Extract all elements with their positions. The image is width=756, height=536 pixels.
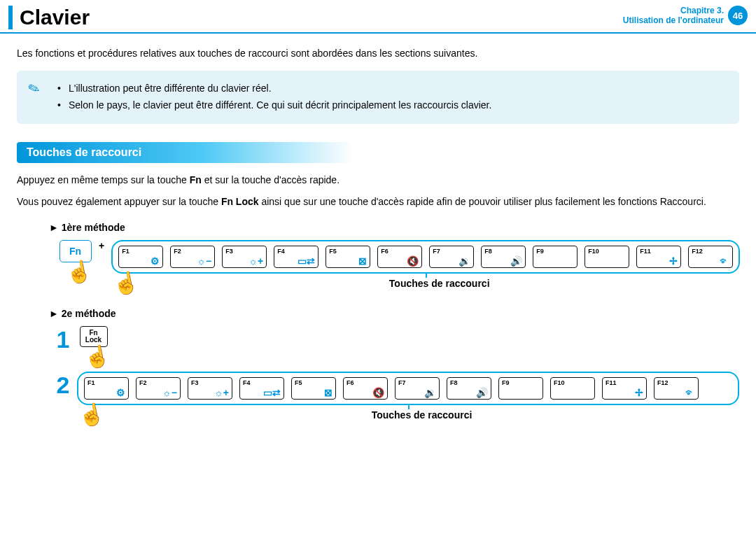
fkey-label: F11 bbox=[640, 248, 651, 255]
header-meta: Chapitre 3. Utilisation de l'ordinateur bbox=[623, 6, 724, 25]
fkey-icon: ☼− bbox=[197, 256, 211, 266]
fn-lock-bottom: Lock bbox=[85, 337, 102, 344]
fkey-f6: F6🔇 bbox=[343, 377, 388, 400]
note-icon: ✎ bbox=[25, 79, 42, 99]
fkey-f9: F9 bbox=[498, 377, 543, 400]
fkey-f10: F10 bbox=[584, 246, 629, 268]
fkey-label: F1 bbox=[122, 248, 130, 255]
fkey-icon: ✢ bbox=[669, 256, 678, 266]
fkey-f3: F3☼+ bbox=[188, 377, 232, 400]
fkey-f1: F1⚙ bbox=[118, 246, 163, 268]
fkey-label: F2 bbox=[174, 248, 181, 255]
fnlock-group: Fn Lock ☝ bbox=[77, 326, 110, 369]
fkey-label: F3 bbox=[191, 379, 199, 386]
bold-text: Fn Lock bbox=[221, 196, 259, 207]
fkey-label: F12 bbox=[692, 248, 703, 255]
fkey-icon: ▭⇄ bbox=[298, 256, 315, 266]
fkey-icon: 🔊 bbox=[510, 256, 522, 266]
hand-pointer-icon: ☝ bbox=[111, 269, 141, 297]
fkey-row: F1⚙F2☼−F3☼+F4▭⇄F5⊠F6🔇F7🔉F8🔊F9F10F11✢F12ᯤ bbox=[77, 372, 739, 405]
fkey-icon: ⊠ bbox=[358, 256, 367, 266]
fkey-f5: F5⊠ bbox=[291, 377, 336, 400]
fkey-f8: F8🔊 bbox=[481, 246, 526, 268]
page-number-badge: 46 bbox=[728, 6, 748, 25]
intro-text: Les fonctions et procédures relatives au… bbox=[17, 46, 739, 61]
connector-tick bbox=[408, 404, 410, 409]
fkey-icon: 🔇 bbox=[407, 256, 419, 266]
row-caption: Touches de raccourci bbox=[104, 409, 739, 427]
fkey-f7: F7🔉 bbox=[429, 246, 474, 268]
text: Appuyez en même temps sur la touche bbox=[17, 174, 190, 185]
fkey-label: F5 bbox=[329, 248, 337, 255]
note-item: L'illustration peut être différente du c… bbox=[57, 80, 725, 97]
step-number: 2 bbox=[49, 372, 77, 399]
fkey-label: F8 bbox=[450, 379, 458, 386]
fkey-label: F9 bbox=[536, 248, 544, 255]
fkey-label: F2 bbox=[139, 379, 147, 386]
fkey-icon: ⚙ bbox=[150, 256, 160, 266]
plus-sign: + bbox=[99, 240, 104, 251]
bold-text: Fn bbox=[190, 174, 202, 185]
method1-label: ► 1ère méthode bbox=[49, 222, 739, 233]
section-heading: Touches de raccourci bbox=[17, 142, 353, 163]
fkey-f11: F11✢ bbox=[636, 246, 681, 268]
fkey-icon: ☼+ bbox=[248, 256, 263, 266]
fkey-label: F9 bbox=[502, 379, 510, 386]
fkey-icon: 🔉 bbox=[458, 256, 470, 266]
header-left: Clavier bbox=[8, 6, 623, 29]
fkey-label: F10 bbox=[588, 248, 599, 255]
fkey-label: F1 bbox=[88, 379, 95, 386]
fkey-f10: F10 bbox=[550, 377, 595, 400]
step-1: 1 Fn Lock ☝ bbox=[49, 326, 739, 369]
fkey-label: F7 bbox=[398, 379, 406, 386]
fkey-f4: F4▭⇄ bbox=[274, 246, 318, 268]
fkey-icon: 🔇 bbox=[372, 388, 384, 397]
fkey-label: F3 bbox=[225, 248, 233, 255]
page-title: Clavier bbox=[20, 6, 623, 29]
fkey-f1: F1⚙ bbox=[84, 377, 129, 400]
fkey-label: F6 bbox=[346, 379, 354, 386]
connector-tick bbox=[426, 272, 427, 278]
fkey-label: F4 bbox=[277, 248, 285, 255]
fkey-label: F6 bbox=[381, 248, 388, 255]
note-item: Selon le pays, le clavier peut être diff… bbox=[57, 97, 725, 114]
fn-key-group: Fn ☝ bbox=[59, 240, 92, 284]
paragraph: Appuyez en même temps sur la touche Fn e… bbox=[17, 173, 739, 188]
fkey-label: F11 bbox=[606, 379, 617, 386]
fkey-label: F10 bbox=[554, 379, 565, 386]
fkey-f6: F6🔇 bbox=[377, 246, 422, 268]
note-box: ✎ L'illustration peut être différente du… bbox=[17, 71, 739, 124]
text: ainsi que sur une touche d'accès rapide … bbox=[259, 196, 706, 207]
fkey-f12: F12ᯤ bbox=[654, 377, 699, 400]
fkey-f2: F2☼− bbox=[136, 377, 181, 400]
header-right: Chapitre 3. Utilisation de l'ordinateur … bbox=[623, 6, 748, 25]
row-caption: Touches de raccourci bbox=[139, 278, 740, 295]
fkey-icon: ⊠ bbox=[324, 388, 332, 397]
hand-pointer-icon: ☝ bbox=[82, 342, 112, 371]
method1-row: Fn ☝ + F1⚙F2☼−F3☼+F4▭⇄F5⊠F6🔇F7🔉F8🔊F9F10F… bbox=[59, 240, 739, 295]
fkey-icon: ☼− bbox=[162, 388, 177, 397]
fkey-label: F12 bbox=[657, 379, 668, 386]
fkey-label: F8 bbox=[484, 248, 492, 255]
fkey-f4: F4▭⇄ bbox=[239, 377, 284, 400]
method2-label: ► 2e méthode bbox=[49, 308, 739, 319]
fkey-icon: ⚙ bbox=[116, 388, 125, 397]
fkey-icon: 🔉 bbox=[424, 388, 436, 397]
fkey-f3: F3☼+ bbox=[222, 246, 267, 268]
fkey-label: F5 bbox=[295, 379, 302, 386]
fkey-icon: ᯤ bbox=[720, 256, 729, 266]
content-area: Les fonctions et procédures relatives au… bbox=[0, 34, 756, 442]
hand-pointer-icon: ☝ bbox=[76, 400, 106, 429]
text: Vous pouvez également appuyer sur la tou… bbox=[17, 196, 221, 207]
fkey-icon: ᯤ bbox=[685, 388, 695, 397]
fkey-f5: F5⊠ bbox=[326, 246, 370, 268]
fkey-f9: F9 bbox=[533, 246, 578, 268]
fkey-icon: 🔊 bbox=[476, 388, 488, 397]
page-header: Clavier Chapitre 3. Utilisation de l'ord… bbox=[0, 0, 756, 34]
fkeys-group: F1⚙F2☼−F3☼+F4▭⇄F5⊠F6🔇F7🔉F8🔊F9F10F11✢F12ᯤ… bbox=[111, 240, 740, 295]
fkey-f12: F12ᯤ bbox=[688, 246, 733, 268]
note-list: L'illustration peut être différente du c… bbox=[57, 80, 725, 114]
fkey-icon: ✢ bbox=[635, 388, 643, 397]
fkey-f7: F7🔉 bbox=[395, 377, 440, 400]
step-2: 2 F1⚙F2☼−F3☼+F4▭⇄F5⊠F6🔇F7🔉F8🔊F9F10F11✢F1… bbox=[49, 372, 739, 427]
